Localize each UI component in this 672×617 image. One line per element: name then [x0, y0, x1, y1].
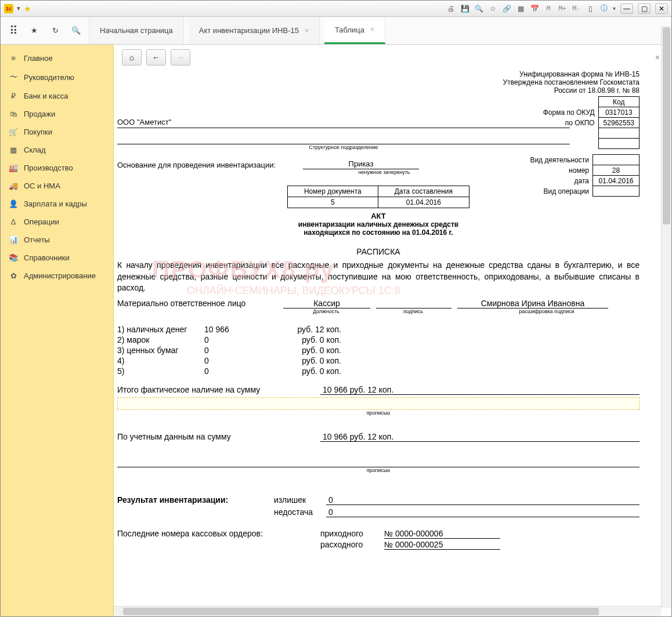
docnum-value1: 5 — [287, 197, 378, 208]
sidebar-item-label: Руководителю — [24, 73, 74, 82]
form-line2: Утверждена постановлением Госкомстата — [326, 78, 640, 86]
sidebar-item-assets[interactable]: 🚚ОС и НМА — [1, 177, 113, 195]
sidebar-item-admin[interactable]: ✿Администрирование — [1, 267, 113, 285]
empty-code — [598, 139, 639, 149]
sidebar-item-purchases[interactable]: 🛒Покупки — [1, 123, 113, 141]
sig-name-caption: расшифровка подписи — [454, 308, 640, 314]
sidebar-item-sales[interactable]: 🛍Продажи — [1, 105, 113, 123]
sidebar-item-label: Продажи — [24, 110, 55, 118]
info-drop-icon[interactable]: ▾ — [613, 5, 616, 12]
sidebar-item-operations[interactable]: ∆Операции — [1, 213, 113, 231]
sidebar-item-bank[interactable]: ₽Банк и касса — [1, 87, 113, 105]
history-icon[interactable]: ↻ — [47, 23, 63, 39]
okud-value: 0317013 — [598, 107, 639, 118]
m-plus-icon[interactable]: M+ — [557, 3, 568, 14]
number-label: номер — [526, 165, 592, 176]
preview-icon[interactable]: 🔍 — [474, 3, 484, 14]
sidebar-item-label: Покупки — [24, 128, 52, 136]
tab-home[interactable]: Начальная страница — [89, 17, 184, 44]
star-tool-icon[interactable]: ★ — [26, 23, 42, 39]
form-line3: России от 18.08.98 г. № 88 — [326, 86, 640, 95]
minimize-button[interactable]: — — [620, 3, 633, 14]
sidebar-item-main[interactable]: ≡Главное — [1, 49, 113, 67]
tab-table[interactable]: Таблица× — [324, 17, 385, 44]
print-icon[interactable]: 🖨 — [446, 3, 456, 14]
app-menu-drop-icon[interactable]: ▼ — [16, 5, 21, 12]
tabbar: ⠿ ★ ↻ 🔍 Начальная страница Акт инвентари… — [1, 17, 671, 45]
act-subtitle1: инвентаризации наличных денежных средств — [117, 220, 640, 228]
calendar-icon[interactable]: 📅 — [529, 3, 540, 14]
forward-button[interactable]: → — [171, 49, 190, 66]
favorite-icon[interactable]: ★ — [24, 4, 31, 13]
sidebar-item-manager[interactable]: 〜Руководителю — [1, 67, 113, 87]
tab-close-icon[interactable]: × — [370, 26, 374, 34]
info-icon[interactable]: ⓘ — [599, 3, 609, 14]
codes-block: Код Форма по ОКУД0317013 по ОКПО52962553 — [539, 96, 640, 149]
sidebar-item-production[interactable]: 🏭Производство — [1, 159, 113, 177]
result-label: Результат инвентаризации: — [117, 495, 274, 505]
sidebar-item-label: Справочники — [24, 253, 70, 262]
order-out-label: расходного — [320, 540, 384, 550]
result-block: Результат инвентаризации: излишек 0 недо… — [117, 495, 640, 517]
basis-value: Приказ — [303, 159, 419, 169]
item-rub: руб. 12 коп. — [239, 325, 344, 334]
item-rub: руб. 0 коп. — [239, 366, 344, 376]
act-title: АКТ — [117, 212, 640, 220]
titlebar: 1c ▼ ★ 🖨 💾 🔍 ☆ 🔗 ▦ 📅 M M+ M- ▯ ⓘ ▾ — ▢ ✕ — [1, 1, 671, 17]
m-icon[interactable]: M — [543, 3, 554, 14]
maximize-button[interactable]: ▢ — [638, 3, 651, 14]
star-icon[interactable]: ☆ — [487, 3, 498, 14]
sig-sign-caption: подпись — [373, 308, 454, 314]
scroll-thumb[interactable] — [663, 45, 670, 224]
link-icon[interactable]: 🔗 — [501, 3, 512, 14]
struct-caption: Структурное подразделение — [117, 144, 570, 150]
tab-close-icon[interactable]: × — [305, 27, 309, 35]
search-icon[interactable]: 🔍 — [68, 23, 84, 39]
ops-icon: ∆ — [9, 217, 18, 226]
activity-label: Вид деятельности — [526, 155, 592, 165]
m-minus-icon[interactable]: M- — [571, 3, 581, 14]
panel-icon[interactable]: ▯ — [585, 3, 595, 14]
scroll-thumb[interactable] — [123, 608, 599, 615]
person-icon: 👤 — [9, 199, 18, 208]
order-in-label: приходного — [320, 529, 384, 539]
item-value: 10 966 — [204, 325, 239, 334]
item-name: 3) ценных бумаг — [117, 346, 204, 355]
calc-icon[interactable]: ▦ — [515, 3, 526, 14]
books-icon: 📚 — [9, 253, 18, 262]
empty-code — [598, 128, 639, 139]
close-button[interactable]: ✕ — [655, 3, 668, 14]
code-header: Код — [598, 97, 639, 107]
tab-label: Таблица — [335, 26, 364, 34]
document-viewport[interactable]: ПРОФБУХ8.ру ОНЛАЙН-СЕМИНАРЫ, ВИДЕОКУРСЫ … — [114, 70, 671, 606]
report-icon: 📊 — [9, 235, 18, 244]
vertical-scrollbar[interactable] — [661, 45, 671, 608]
home-button[interactable]: ⌂ — [122, 49, 142, 66]
struct-line — [117, 136, 570, 144]
act-subtitle2: находящихся по состоянию на 01.04.2016 г… — [117, 228, 640, 237]
mol-post: Кассир — [283, 299, 370, 308]
apps-icon[interactable]: ⠿ — [5, 23, 21, 39]
item-rub: руб. 0 коп. — [239, 335, 344, 344]
prop-input[interactable] — [117, 397, 640, 410]
main-content: ⌂ ← → × ПРОФБУХ8.ру ОНЛАЙН-СЕМИНАРЫ, ВИД… — [114, 45, 671, 616]
back-button[interactable]: ← — [146, 49, 166, 66]
sidebar-item-reports[interactable]: 📊Отчеты — [1, 231, 113, 249]
horizontal-scrollbar[interactable] — [114, 606, 661, 616]
sidebar-item-references[interactable]: 📚Справочники — [1, 249, 113, 267]
sidebar-item-warehouse[interactable]: ▦Склад — [1, 141, 113, 159]
orders-label: Последние номера кассовых ордеров: — [117, 529, 320, 539]
tab-act[interactable]: Акт инвентаризации ИНВ-15× — [189, 17, 320, 44]
sidebar-item-label: ОС и НМА — [24, 182, 60, 190]
total-value: 10 966 руб. 12 коп. — [320, 385, 640, 395]
ruble-icon: ₽ — [9, 92, 18, 100]
menu-icon: ≡ — [9, 54, 18, 63]
save-icon[interactable]: 💾 — [460, 3, 470, 14]
form-line1: Унифицированная форма № ИНВ-15 — [326, 70, 640, 78]
chart-icon: 〜 — [9, 72, 18, 82]
item-rub: руб. 0 коп. — [239, 356, 344, 365]
truck-icon: 🚚 — [9, 182, 18, 190]
sidebar-item-salary[interactable]: 👤Зарплата и кадры — [1, 195, 113, 213]
sidebar-item-label: Отчеты — [24, 235, 50, 244]
item-name: 1) наличных денег — [117, 325, 204, 334]
